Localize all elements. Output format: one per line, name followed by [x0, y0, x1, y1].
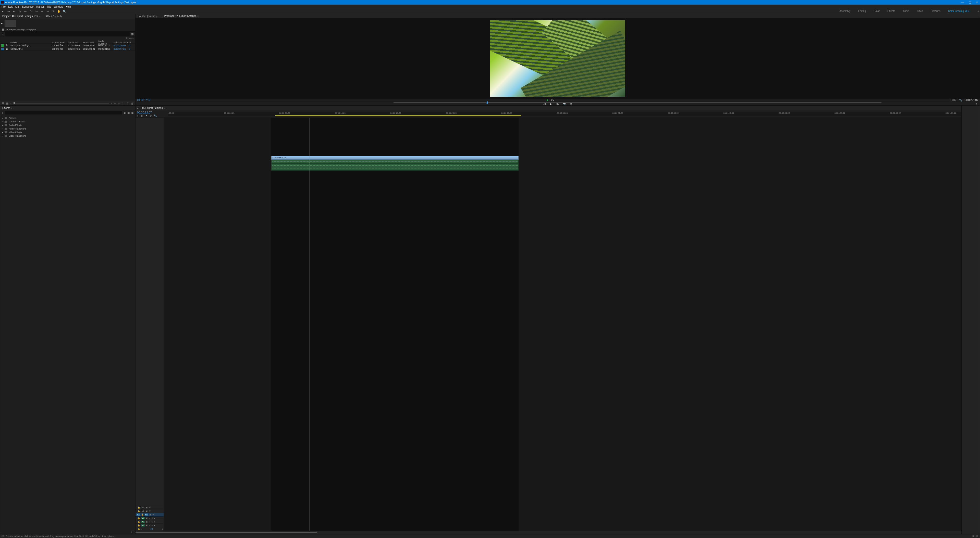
delete-icon[interactable]: 🗑 — [131, 102, 134, 105]
track-select-backward-icon[interactable]: ⇤ — [12, 10, 16, 13]
program-scrub-bar[interactable] — [137, 102, 978, 102]
workspace-effects[interactable]: Effects — [887, 10, 895, 13]
razor-tool-icon[interactable]: ✂ — [35, 10, 38, 13]
tab-effects[interactable]: Effects≡ — [1, 106, 13, 110]
workspace-audio[interactable]: Audio — [903, 10, 909, 13]
hand-tool-icon[interactable]: ✋ — [57, 10, 61, 13]
track-header-v2[interactable]: 🔒V2▣👁 — [135, 509, 164, 513]
selection-tool-icon[interactable]: ▸ — [1, 10, 5, 13]
project-search-input[interactable] — [5, 32, 130, 36]
folder-audio-effects[interactable]: ▸Audio Effects — [2, 124, 134, 127]
new-bin-icon[interactable]: 🗀 — [122, 102, 124, 105]
folder-lumetri-presets[interactable]: ▸Lumetri Presets — [2, 120, 134, 124]
timeline-settings-icon[interactable]: ⚙ — [150, 114, 152, 117]
folder-audio-transitions[interactable]: ▸Audio Transitions — [2, 127, 134, 130]
fit-dropdown[interactable]: Fit ▾ — [550, 99, 555, 102]
tab-effect-controls[interactable]: Effect Controls — [45, 14, 63, 18]
menu-window[interactable]: Window — [54, 5, 63, 8]
project-row-clip[interactable]: ▣ C0010.MP4 23.976 fps 08:24:47:16 08:25… — [0, 47, 135, 51]
icon-view-icon[interactable]: ▦ — [6, 102, 8, 105]
workspace-custom[interactable]: Color Grading MBL — [948, 10, 970, 13]
pen-tool-icon[interactable]: ✎ — [52, 10, 55, 13]
folder-icon — [5, 128, 7, 130]
track-header-a3[interactable]: 🔒A3▣MS● — [135, 524, 164, 527]
rate-stretch-icon[interactable]: ⤡ — [29, 10, 33, 13]
ripple-edit-icon[interactable]: ⇆ — [18, 10, 21, 13]
search-icon[interactable]: ⌕ — [2, 33, 3, 35]
workspace-color[interactable]: Color — [873, 10, 880, 13]
close-button[interactable]: ✕ — [975, 1, 979, 4]
bin-nav-icon[interactable]: ▸ — [1, 22, 3, 25]
settings-wrench-icon[interactable]: 🔧 — [959, 99, 962, 102]
track-header-v3[interactable]: 🔒V3▣👁 — [135, 506, 164, 509]
wrench-icon[interactable]: 🔧 — [154, 114, 157, 117]
fx-badge-yuv-icon[interactable]: ▣ — [131, 111, 134, 114]
maximize-button[interactable]: ▢ — [968, 1, 972, 4]
menu-file[interactable]: File — [2, 5, 6, 8]
list-view-icon[interactable]: ☰ — [2, 102, 4, 105]
search-icon[interactable]: ⌕ — [2, 111, 3, 114]
timeline-tracks-area[interactable]: C0010.MP4 [V] — [164, 118, 961, 531]
tab-project[interactable]: Project: 4K Export Settings Test≡ — [1, 14, 41, 18]
slide-tool-icon[interactable]: ⇿ — [46, 10, 49, 13]
track-header-v1[interactable]: V1🔒V1▣👁 — [135, 513, 164, 516]
menu-title[interactable]: Title — [47, 5, 52, 8]
slip-tool-icon[interactable]: ↔ — [40, 10, 44, 13]
menu-help[interactable]: Help — [65, 5, 71, 8]
close-tab-icon[interactable]: ≡ — [164, 107, 165, 110]
audio-clip-a2[interactable] — [271, 163, 519, 167]
tab-timeline-sequence[interactable]: 4K Export Settings≡ — [141, 106, 166, 110]
folder-video-transitions[interactable]: ▸Video Transitions — [2, 134, 134, 138]
zoom-tool-icon[interactable]: 🔍 — [63, 10, 66, 13]
timeline-ruler[interactable]: :00:00 00:00:04:23 00:00:09:23 00:00:14:… — [168, 112, 961, 116]
auto-sequence-icon[interactable]: ⤳ — [114, 102, 116, 105]
timeline-timecode[interactable]: 00:00:12:07 — [135, 110, 168, 114]
track-header-mix[interactable]: 🔒▸0.0◂ — [135, 527, 164, 531]
track-header-a2[interactable]: 🔒A2▣MS● — [135, 520, 164, 524]
track-header-a1[interactable]: 🔒A1▣MS● — [135, 516, 164, 520]
project-row-sequence[interactable]: ⧉ 4K Export Settings 23.976 fps 00:00:00… — [0, 44, 135, 47]
workspace-libraries[interactable]: Libraries — [931, 10, 940, 13]
workspace-titles[interactable]: Titles — [917, 10, 923, 13]
menu-clip[interactable]: Clip — [15, 5, 19, 8]
video-clip[interactable]: C0010.MP4 [V] — [271, 156, 519, 160]
snap-icon[interactable]: ⌖ — [137, 114, 138, 117]
new-bin-icon[interactable]: 🗀 — [131, 531, 134, 534]
tab-source[interactable]: Source: (no clips) — [137, 14, 159, 18]
program-timecode[interactable]: 00:00:12:07 — [137, 99, 151, 102]
playhead-marker[interactable] — [486, 102, 488, 104]
filter-bin-icon[interactable]: ▥ — [131, 33, 134, 35]
minimize-button[interactable]: — — [961, 1, 965, 4]
new-item-icon[interactable]: 🗋 — [126, 102, 129, 105]
linked-selection-icon[interactable]: ⛓ — [141, 114, 143, 117]
button-editor-icon[interactable]: ＋ — [975, 102, 978, 106]
program-viewer[interactable] — [135, 18, 980, 99]
close-tab-icon[interactable]: ≡ — [39, 15, 40, 17]
zoom-level-dropdown[interactable]: Full ▾ — [950, 99, 956, 102]
menu-sequence[interactable]: Sequence — [22, 5, 34, 8]
folder-video-effects[interactable]: ▸Video Effects — [2, 130, 134, 134]
fx-badge-accelerated-icon[interactable]: ▣ — [124, 111, 126, 114]
track-select-forward-icon[interactable]: ⇥ — [6, 10, 10, 13]
workspace-assembly[interactable]: Assembly — [839, 10, 850, 13]
thumbnail-zoom-slider[interactable] — [14, 103, 109, 103]
folder-presets[interactable]: ▸Presets — [2, 116, 134, 120]
workspace-editing[interactable]: Editing — [858, 10, 866, 13]
timeline-zoom-bar[interactable] — [135, 531, 961, 534]
tab-program[interactable]: Program: 4K Export Settings≡ — [163, 14, 200, 18]
work-area-bar[interactable] — [275, 115, 521, 116]
add-marker-icon[interactable]: ⚑ — [145, 114, 148, 117]
close-tab-icon[interactable]: ≡ — [11, 107, 12, 110]
effects-search-input[interactable] — [5, 111, 122, 114]
audio-clip-a3[interactable] — [271, 167, 519, 171]
find-icon[interactable]: ⌕ — [118, 102, 120, 105]
menu-edit[interactable]: Edit — [8, 5, 13, 8]
timeline-nav-icon[interactable]: × — [137, 107, 138, 110]
close-tab-icon[interactable]: ≡ — [197, 15, 199, 17]
audio-clip-a1[interactable] — [271, 160, 519, 163]
fx-badge-32bit-icon[interactable]: ▣ — [127, 111, 130, 114]
workspace-overflow-icon[interactable]: » — [977, 10, 979, 13]
ruler-tick: 00:01:09:22 — [945, 112, 956, 114]
rolling-edit-icon[interactable]: ⇔ — [24, 10, 27, 13]
menu-marker[interactable]: Marker — [36, 5, 44, 8]
